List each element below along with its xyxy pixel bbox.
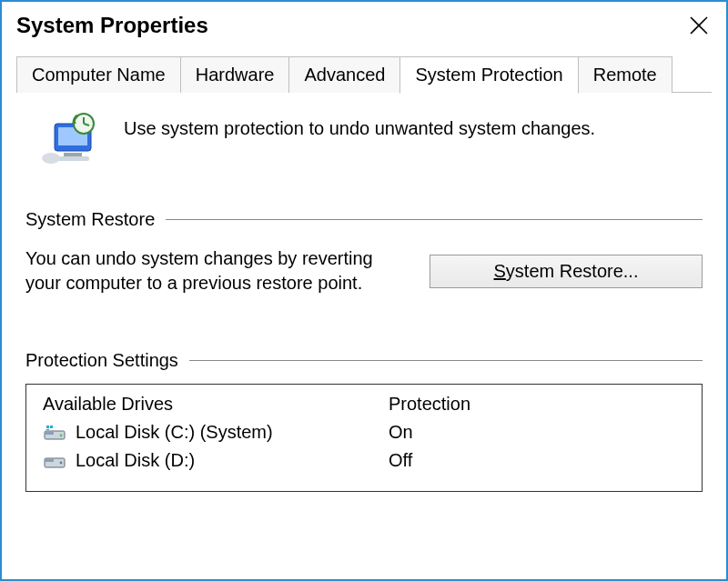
system-restore-icon [42,113,106,171]
system-restore-description: You can undo system changes by reverting… [25,246,404,296]
tab-system-protection[interactable]: System Protection [399,56,578,94]
system-properties-window: System Properties Computer Name Hardware… [0,0,728,581]
svg-rect-16 [46,429,49,430]
intro-text: Use system protection to undo unwanted s… [124,113,595,139]
drive-name: Local Disk (C:) (System) [76,422,273,443]
svg-rect-5 [56,156,89,161]
intro-row: Use system protection to undo unwanted s… [25,102,703,178]
button-label-rest: ystem Restore... [506,261,639,281]
group-header-protection-settings: Protection Settings [25,350,703,371]
svg-rect-15 [50,426,53,428]
close-button[interactable] [681,7,717,44]
table-row[interactable]: Local Disk (D:) Off [26,446,702,475]
svg-rect-14 [46,426,49,428]
group-header-system-restore: System Restore [25,209,703,230]
drives-header-row: Available Drives Protection [26,390,702,418]
table-row[interactable]: Local Disk (C:) (System) On [26,418,702,446]
system-restore-button[interactable]: System Restore... [430,255,703,288]
tab-remote[interactable]: Remote [578,56,672,93]
drive-protection: On [389,422,685,443]
tab-panel-system-protection: Use system protection to undo unwanted s… [2,93,726,579]
button-mnemonic: S [494,261,506,281]
system-restore-row: You can undo system changes by reverting… [25,246,703,296]
svg-rect-12 [46,432,54,435]
drive-protection: Off [389,450,685,471]
drive-name-cell: Local Disk (C:) (System) [43,422,389,443]
column-header-protection: Protection [389,394,685,415]
svg-point-6 [42,153,60,164]
tab-hardware[interactable]: Hardware [180,56,290,93]
drives-table: Available Drives Protection [25,384,703,492]
svg-rect-18 [46,459,54,462]
divider [189,360,703,361]
svg-rect-4 [64,153,82,156]
tab-computer-name[interactable]: Computer Name [16,56,181,93]
divider [166,219,703,220]
close-icon [689,15,709,35]
drive-system-icon [43,424,66,442]
window-title: System Properties [16,13,681,38]
drive-name-cell: Local Disk (D:) [43,450,389,471]
svg-point-13 [60,434,63,436]
svg-point-19 [60,461,63,464]
tab-advanced[interactable]: Advanced [288,56,400,93]
group-title-system-restore: System Restore [25,209,155,230]
drive-name: Local Disk (D:) [76,450,195,471]
titlebar: System Properties [2,2,726,56]
column-header-drives: Available Drives [43,394,389,415]
drive-icon [43,452,66,470]
group-title-protection-settings: Protection Settings [25,350,178,371]
tab-bar: Computer Name Hardware Advanced System P… [2,56,726,93]
